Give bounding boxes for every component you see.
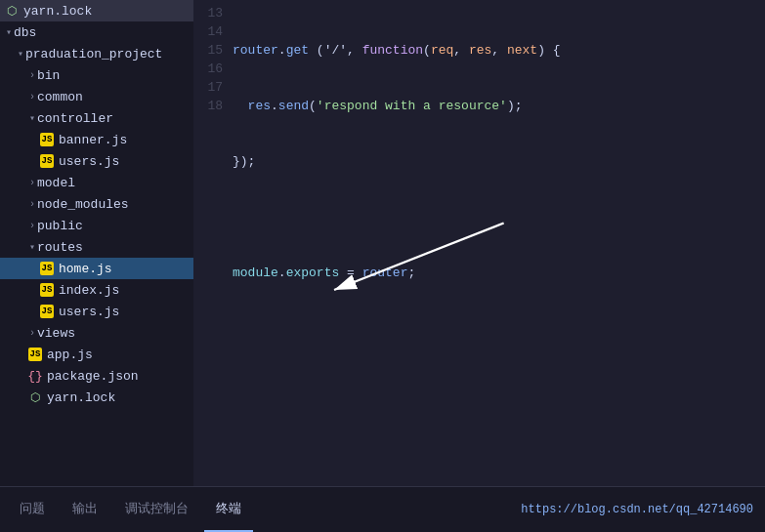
js-file-icon: JS <box>27 347 43 362</box>
sidebar-item-views[interactable]: › views <box>0 322 193 344</box>
tab-terminal[interactable]: 终端 <box>204 487 253 532</box>
main-area: ⬡ yarn.lock ▾ dbs ▾ praduation_project ›… <box>0 0 765 486</box>
sidebar-item-label: node_modules <box>37 197 129 212</box>
chevron-closed-icon: › <box>27 178 37 187</box>
yarn-icon: ⬡ <box>4 3 20 19</box>
sidebar-item-dbs[interactable]: ▾ dbs <box>0 21 193 43</box>
tab-label: 问题 <box>20 500 45 517</box>
tab-label: 调试控制台 <box>125 500 189 517</box>
sidebar-item-label: model <box>37 176 75 190</box>
sidebar-item-label: views <box>37 326 75 341</box>
sidebar-item-label: package.json <box>47 369 139 384</box>
chevron-open-icon: ▾ <box>4 27 14 37</box>
sidebar-item-controller[interactable]: ▾ controller <box>0 107 193 129</box>
sidebar-item-label: app.js <box>47 348 93 362</box>
chevron-closed-icon: › <box>27 199 37 209</box>
sidebar-item-package-json[interactable]: {} package.json <box>0 365 193 387</box>
chevron-open-icon: ▾ <box>27 242 37 252</box>
sidebar-item-users-js-routes[interactable]: JS users.js <box>0 301 193 322</box>
tab-problems[interactable]: 问题 <box>8 487 57 532</box>
sidebar-item-yarn-lock-bottom[interactable]: ⬡ yarn.lock <box>0 387 193 408</box>
tab-output[interactable]: 输出 <box>61 487 109 532</box>
js-file-icon: JS <box>39 153 55 169</box>
sidebar-item-label: common <box>37 90 83 104</box>
sidebar-item-label: praduation_project <box>25 47 162 61</box>
sidebar-item-label: banner.js <box>59 133 127 147</box>
sidebar-item-label: home.js <box>59 262 112 276</box>
sidebar-item-users-js-ctrl[interactable]: JS users.js <box>0 150 193 172</box>
sidebar-item-label: public <box>37 219 83 233</box>
sidebar-item-home-js[interactable]: JS home.js <box>0 258 193 279</box>
bottom-url: https://blog.csdn.net/qq_42714690 <box>521 487 765 532</box>
code-line-13: router.get ('/', function(req, res, next… <box>233 41 765 60</box>
bottom-bar: 问题 输出 调试控制台 终端 https://blog.csdn.net/qq_… <box>0 486 765 532</box>
sidebar-item-public[interactable]: › public <box>0 215 193 236</box>
chevron-open-icon: ▾ <box>27 113 37 123</box>
sidebar-item-label: controller <box>37 111 113 126</box>
chevron-closed-icon: › <box>27 92 37 102</box>
sidebar-item-banner-js[interactable]: JS banner.js <box>0 129 193 150</box>
tab-label: 输出 <box>72 500 98 517</box>
sidebar-item-label: users.js <box>59 154 119 169</box>
sidebar-item-app-js[interactable]: JS app.js <box>0 344 193 365</box>
js-file-icon: JS <box>39 282 55 298</box>
sidebar-item-yarn-lock-top[interactable]: ⬡ yarn.lock <box>0 0 193 21</box>
sidebar-item-model[interactable]: › model <box>0 172 193 193</box>
code-line-16 <box>233 208 765 226</box>
chevron-closed-icon: › <box>27 70 37 80</box>
sidebar-item-label: routes <box>37 240 83 255</box>
sidebar-item-label: index.js <box>59 283 119 298</box>
sidebar-item-label: yarn.lock <box>47 390 115 405</box>
js-file-icon: JS <box>39 304 55 319</box>
sidebar-item-index-js[interactable]: JS index.js <box>0 279 193 301</box>
code-line-15: }); <box>233 152 765 171</box>
chevron-closed-icon: › <box>27 328 37 338</box>
js-file-icon: JS <box>39 261 55 276</box>
js-file-icon: JS <box>39 132 55 147</box>
sidebar-item-common[interactable]: › common <box>0 86 193 107</box>
code-line-14: res.send('respond with a resource'); <box>233 97 765 115</box>
code-line-18 <box>233 319 765 338</box>
code-area: 13 14 15 16 17 18 router.get ('/', funct… <box>193 0 765 486</box>
sidebar-item-bin[interactable]: › bin <box>0 64 193 86</box>
tab-label: 终端 <box>216 500 241 517</box>
sidebar-item-label: bin <box>37 68 60 83</box>
yarn-icon: ⬡ <box>27 389 43 405</box>
line-numbers: 13 14 15 16 17 18 <box>193 4 233 486</box>
chevron-closed-icon: › <box>27 221 37 230</box>
bottom-tabs: 问题 输出 调试控制台 终端 <box>0 487 261 532</box>
code-content: router.get ('/', function(req, res, next… <box>233 4 765 486</box>
sidebar-item-label: dbs <box>14 25 36 40</box>
sidebar: ⬡ yarn.lock ▾ dbs ▾ praduation_project ›… <box>0 0 193 486</box>
sidebar-item-label: yarn.lock <box>23 4 92 19</box>
sidebar-item-routes[interactable]: ▾ routes <box>0 236 193 258</box>
editor: 13 14 15 16 17 18 router.get ('/', funct… <box>193 0 765 486</box>
json-file-icon: {} <box>27 368 43 384</box>
code-line-17: module.exports = router; <box>233 264 765 282</box>
tab-debug-console[interactable]: 调试控制台 <box>113 487 200 532</box>
sidebar-item-label: users.js <box>59 305 119 319</box>
chevron-open-icon: ▾ <box>16 49 25 59</box>
sidebar-item-node-modules[interactable]: › node_modules <box>0 193 193 215</box>
sidebar-item-praduation-project[interactable]: ▾ praduation_project <box>0 43 193 64</box>
